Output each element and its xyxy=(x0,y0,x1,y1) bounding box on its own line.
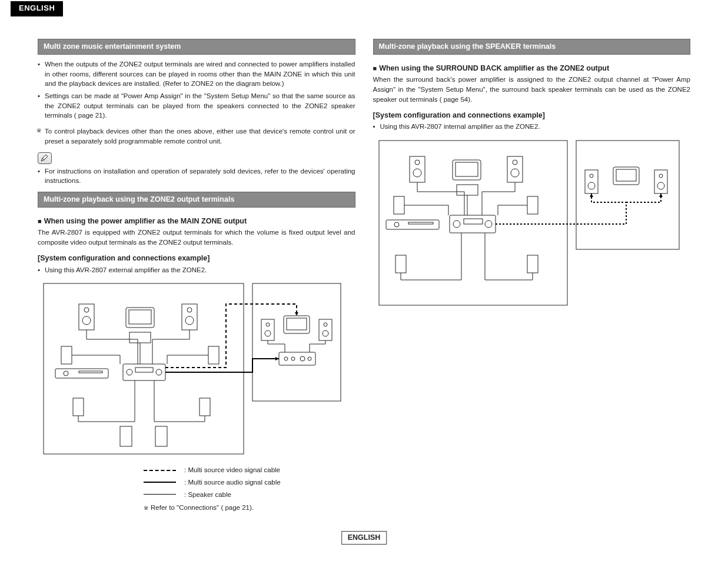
svg-point-46 xyxy=(511,169,519,177)
bullet-list-1: When the outputs of the ZONE2 output ter… xyxy=(38,59,355,121)
subheading-text: When using the SURROUND BACK amplifier a… xyxy=(379,64,609,72)
svg-point-56 xyxy=(453,221,460,228)
brackets-heading: [System configuration and connections ex… xyxy=(373,110,691,121)
svg-rect-20 xyxy=(73,398,84,416)
svg-rect-31 xyxy=(287,318,307,330)
legend-swatch-thin xyxy=(144,494,176,495)
svg-point-36 xyxy=(308,357,311,360)
language-tab-top: ENGLISH xyxy=(11,1,63,16)
svg-point-57 xyxy=(485,221,492,228)
svg-marker-69 xyxy=(590,193,593,197)
svg-rect-61 xyxy=(585,170,598,193)
right-column: Multi-zone playback using the SPEAKER te… xyxy=(373,35,691,513)
language-label-bottom: ENGLISH xyxy=(341,531,387,545)
svg-rect-64 xyxy=(654,170,667,193)
pencil-icon xyxy=(38,152,52,164)
pencil-note-list: For instructions on installation and ope… xyxy=(38,166,355,186)
svg-rect-51 xyxy=(527,196,538,214)
svg-point-43 xyxy=(413,169,421,177)
svg-rect-11 xyxy=(61,346,72,364)
diagram-zone2-internal-amp xyxy=(373,138,691,308)
legend-label: Speaker cable xyxy=(188,491,231,498)
bullet-item: For instructions on installation and ope… xyxy=(38,166,355,186)
svg-point-65 xyxy=(659,174,663,178)
svg-point-53 xyxy=(394,222,399,227)
svg-rect-49 xyxy=(457,185,478,195)
svg-marker-70 xyxy=(659,193,663,197)
svg-rect-41 xyxy=(410,156,425,182)
legend-note: ※Refer to "Connections" ( page 21). xyxy=(144,503,355,513)
brackets-heading: [System configuration and connections ex… xyxy=(38,253,355,263)
svg-rect-27 xyxy=(319,319,332,340)
svg-rect-15 xyxy=(79,371,102,373)
left-column: Multi zone music entertainment system Wh… xyxy=(38,35,355,513)
svg-rect-8 xyxy=(126,308,154,328)
svg-rect-5 xyxy=(182,304,197,330)
svg-point-4 xyxy=(82,316,91,325)
svg-rect-68 xyxy=(616,169,636,181)
legend-label: Multi source audio signal cable xyxy=(188,479,280,486)
legend-label: Multi source video signal cable xyxy=(188,466,280,473)
legend-swatch-dashed xyxy=(144,470,176,471)
svg-point-34 xyxy=(291,357,295,360)
svg-rect-19 xyxy=(135,368,153,372)
svg-point-62 xyxy=(590,174,593,178)
bullet-item: Using this AVR-2807 external amplifier a… xyxy=(38,265,355,275)
svg-rect-50 xyxy=(394,196,404,214)
svg-point-17 xyxy=(127,369,132,375)
subheading-power-amp-mainzone: ■When using the power amplifier as the M… xyxy=(38,216,355,226)
svg-point-42 xyxy=(415,160,420,165)
svg-point-14 xyxy=(64,371,68,376)
note-remote-control: To control playback devices other than t… xyxy=(38,126,355,146)
svg-rect-47 xyxy=(453,160,481,180)
svg-point-29 xyxy=(323,330,328,336)
svg-point-35 xyxy=(300,356,305,361)
bullet-item: Settings can be made at "Power Amp Assig… xyxy=(38,91,355,121)
svg-point-33 xyxy=(284,357,288,360)
svg-marker-38 xyxy=(295,312,298,316)
svg-rect-44 xyxy=(507,156,523,182)
svg-rect-1 xyxy=(252,283,341,401)
diagram-legend: : Multi source video signal cable : Mult… xyxy=(144,465,355,513)
section-heading-speaker-terminals: Multi-zone playback using the SPEAKER te… xyxy=(373,39,691,55)
subheading-text: When using the power amplifier as the MA… xyxy=(44,217,247,225)
svg-point-25 xyxy=(266,323,270,326)
svg-point-7 xyxy=(185,316,194,325)
svg-point-66 xyxy=(657,182,664,189)
section-heading-zone2-terminals: Multi-zone playback using the ZONE2 outp… xyxy=(38,192,355,208)
bullet-list-2: Using this AVR-2807 external amplifier a… xyxy=(38,265,355,275)
svg-rect-12 xyxy=(208,346,219,364)
legend-swatch-solid xyxy=(144,482,176,483)
svg-rect-24 xyxy=(261,319,274,340)
body-text: When the surround back's power amplifier… xyxy=(373,75,691,104)
bullet-list: Using this AVR-2807 internal amplifier a… xyxy=(373,122,691,132)
diagram-zone2-external-amp xyxy=(38,280,355,457)
svg-rect-10 xyxy=(129,332,151,343)
svg-rect-48 xyxy=(456,162,478,176)
svg-point-26 xyxy=(265,330,271,336)
svg-rect-9 xyxy=(129,310,151,324)
bullet-item: When the outputs of the ZONE2 output ter… xyxy=(38,59,355,89)
svg-rect-58 xyxy=(464,219,483,224)
body-text: The AVR-2807 is equipped with ZONE2 outp… xyxy=(38,228,355,247)
svg-rect-21 xyxy=(200,398,210,416)
section-heading-multizone-system: Multi zone music entertainment system xyxy=(38,39,355,55)
svg-point-45 xyxy=(513,160,517,165)
svg-rect-59 xyxy=(395,255,406,273)
subheading-surround-back-zone2: ■When using the SURROUND BACK amplifier … xyxy=(373,63,691,74)
svg-point-6 xyxy=(187,308,192,312)
svg-rect-60 xyxy=(527,255,538,273)
svg-point-18 xyxy=(156,369,162,375)
svg-rect-54 xyxy=(408,222,433,224)
svg-rect-22 xyxy=(120,426,132,446)
bullet-item: Using this AVR-2807 internal amplifier a… xyxy=(373,122,691,132)
svg-marker-37 xyxy=(275,357,279,360)
svg-rect-39 xyxy=(379,141,567,305)
svg-point-63 xyxy=(588,182,595,189)
svg-rect-23 xyxy=(155,426,167,446)
svg-rect-2 xyxy=(79,304,94,330)
svg-point-28 xyxy=(324,323,327,326)
svg-point-3 xyxy=(84,308,89,312)
